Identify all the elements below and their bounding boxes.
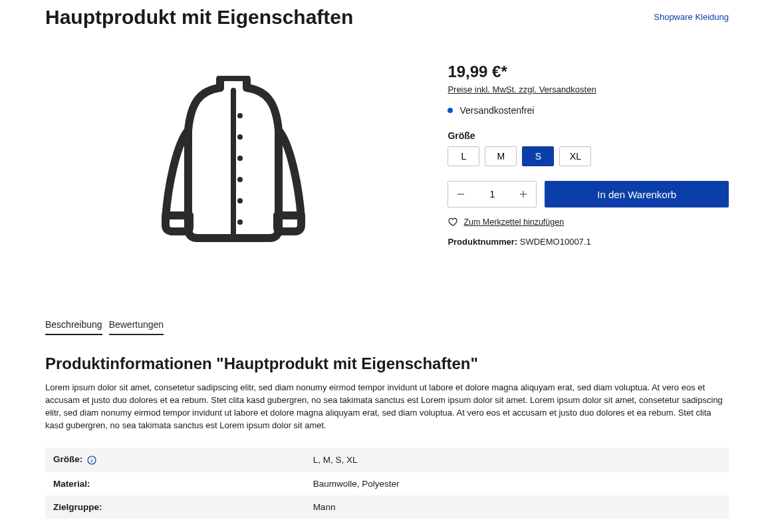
table-row: Zielgruppe:Mann <box>45 495 729 519</box>
svg-point-6 <box>237 177 243 182</box>
property-label: Zielgruppe: <box>45 495 305 519</box>
brand-link[interactable]: Shopware Kleidung <box>654 12 729 22</box>
variant-option-l[interactable]: L <box>448 146 479 166</box>
svg-point-3 <box>237 113 243 118</box>
product-description: Lorem ipsum dolor sit amet, consetetur s… <box>45 382 729 432</box>
property-value: Mann <box>305 495 729 519</box>
variant-options: LMSXL <box>448 146 729 166</box>
product-number-label: Produktnummer: <box>448 237 517 247</box>
price: 19,99 €* <box>448 63 729 81</box>
property-value: Baumwolle, Polyester <box>305 472 729 495</box>
shipping-free-label: Versandkostenfrei <box>459 105 534 116</box>
svg-point-4 <box>237 134 243 140</box>
property-value: L, M, S, XL <box>305 448 729 471</box>
variant-label: Größe <box>448 130 729 141</box>
quantity-stepper <box>448 181 537 207</box>
wishlist-label: Zum Merkzettel hinzufügen <box>463 217 564 227</box>
property-label: Material: <box>45 472 305 495</box>
product-number: Produktnummer: SWDEMO10007.1 <box>448 237 729 247</box>
page-title: Hauptprodukt mit Eigenschaften <box>45 5 353 29</box>
product-number-value: SWDEMO10007.1 <box>520 237 591 247</box>
variant-option-m[interactable]: M <box>485 146 517 166</box>
product-info-heading: Produktinformationen "Hauptprodukt mit E… <box>45 354 729 373</box>
wishlist-link[interactable]: Zum Merkzettel hinzufügen <box>448 217 729 227</box>
table-row: Größe:L, M, S, XL <box>45 448 729 471</box>
plus-icon <box>519 190 528 199</box>
svg-point-14 <box>92 458 92 459</box>
bullet-icon <box>448 108 453 113</box>
add-to-cart-button[interactable]: In den Warenkorb <box>545 181 729 207</box>
tab-description[interactable]: Beschreibung <box>45 315 102 335</box>
info-icon[interactable] <box>86 455 97 466</box>
qty-input[interactable] <box>473 182 511 207</box>
heart-icon <box>448 217 458 227</box>
product-image-area <box>45 63 421 262</box>
tax-note-link[interactable]: Preise inkl. MwSt. zzgl. Versandkosten <box>448 84 596 94</box>
minus-icon <box>456 190 465 199</box>
variant-option-s[interactable]: S <box>522 146 554 166</box>
svg-point-5 <box>237 156 243 161</box>
property-label: Größe: <box>45 448 305 471</box>
qty-decrease-button[interactable] <box>448 182 473 207</box>
svg-point-8 <box>237 219 243 225</box>
product-image[interactable] <box>134 63 333 262</box>
jacket-icon <box>154 76 313 249</box>
table-row: Material:Baumwolle, Polyester <box>45 472 729 495</box>
properties-table: Größe:L, M, S, XLMaterial:Baumwolle, Pol… <box>45 448 729 518</box>
tab-reviews[interactable]: Bewertungen <box>109 315 164 335</box>
qty-increase-button[interactable] <box>511 182 536 207</box>
variant-option-xl[interactable]: XL <box>559 146 591 166</box>
svg-point-7 <box>237 198 243 203</box>
